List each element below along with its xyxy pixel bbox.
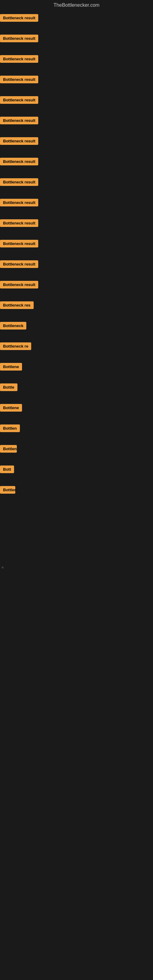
bottleneck-badge[interactable]: Bottleneck result — [0, 178, 38, 186]
list-item: Bottleneck result — [0, 12, 153, 32]
list-item: Bottleneck result — [0, 237, 153, 258]
bottleneck-badge[interactable]: Bottleneck result — [0, 281, 38, 288]
list-item: Bottleneck result — [0, 52, 153, 73]
bottleneck-badge[interactable]: Bottleneck result — [0, 35, 38, 42]
bottleneck-badge[interactable]: Bottleneck result — [0, 55, 38, 63]
bottleneck-badge[interactable]: Bottleneck — [0, 322, 26, 329]
bottleneck-badge[interactable]: Bottlen — [0, 425, 20, 432]
bottleneck-badge[interactable]: Bottleneck res — [0, 301, 33, 309]
bottleneck-badge[interactable]: Bottleneck result — [0, 14, 38, 22]
list-item: Bottleneck re — [0, 340, 153, 360]
bottleneck-badge[interactable]: Bottlene — [0, 486, 15, 494]
bottleneck-badge[interactable]: Bottleneck result — [0, 219, 38, 227]
bottleneck-badge[interactable]: Bottleneck result — [0, 137, 38, 145]
bottleneck-badge[interactable]: Bottleneck result — [0, 76, 38, 83]
bottleneck-badge[interactable]: Bottleneck result — [0, 199, 38, 207]
list-item: Bottleneck result — [0, 73, 153, 94]
list-item: Bottleneck result — [0, 258, 153, 278]
bottleneck-badge[interactable]: Bottleneck result — [0, 260, 38, 268]
bottleneck-badge[interactable]: Bottlene — [0, 363, 22, 371]
list-item: Bottleneck result — [0, 196, 153, 217]
list-item: Bott — [0, 463, 153, 484]
list-item: Bottleneck result — [0, 94, 153, 114]
list-item: Bottleneck result — [0, 176, 153, 196]
list-item: Bottleneck result — [0, 114, 153, 135]
bottleneck-badge[interactable]: Bott — [0, 466, 14, 473]
list-item: Bottlene — [0, 484, 153, 504]
bottleneck-badge[interactable]: Bottleneck result — [0, 240, 38, 247]
bottleneck-badge[interactable]: Bottleneck result — [0, 96, 38, 104]
bottom-marker: = — [0, 565, 153, 570]
list-item: Bottleneck — [0, 320, 153, 340]
site-title: TheBottlenecker.com — [0, 0, 153, 12]
list-item: Bottlene — [0, 401, 153, 422]
bottleneck-badge[interactable]: Bottleneck result — [0, 117, 38, 124]
list-item: Bottle — [0, 381, 153, 401]
list-item: Bottlene — [0, 360, 153, 381]
bottleneck-badge[interactable]: Bottleneck result — [0, 158, 38, 165]
list-item: Bottleneck result — [0, 135, 153, 155]
bottleneck-badge[interactable]: Bottlene — [0, 404, 22, 412]
bottleneck-badge[interactable]: Bottle — [0, 383, 18, 391]
list-item: Bottleneck result — [0, 217, 153, 237]
list-item: Bottleneck res — [0, 299, 153, 320]
bottleneck-badge[interactable]: Bottleneck — [0, 445, 17, 453]
list-item: Bottleneck result — [0, 32, 153, 52]
list-item: Bottleneck result — [0, 155, 153, 176]
list-item: Bottlen — [0, 422, 153, 442]
bottleneck-badge[interactable]: Bottleneck re — [0, 342, 31, 350]
list-item: Bottleneck — [0, 442, 153, 463]
list-item: Bottleneck result — [0, 278, 153, 299]
